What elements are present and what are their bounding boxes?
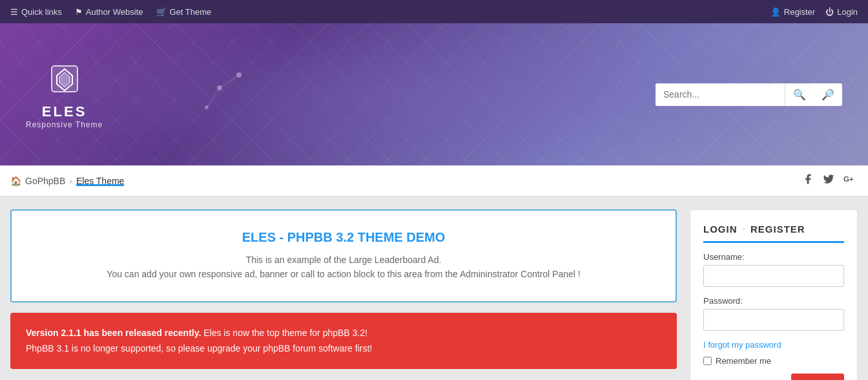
home-icon: 🏠 — [10, 176, 21, 186]
sidebar: LOGIN · REGISTER Username: Password: I f… — [690, 209, 858, 380]
ad-banner: ELES - PHPBB 3.2 THEME DEMO This is an e… — [10, 209, 677, 302]
header-decoration — [181, 49, 258, 129]
password-label: Password: — [703, 296, 844, 306]
nav-left: 🏠 GoPhpBB › Eles Theme — [10, 165, 124, 196]
top-bar-left: ☰ Quick links ⚑ Author Website 🛒 Get The… — [10, 7, 211, 17]
alert-text1: Eles is now the top theme for phpBB 3.2! — [201, 328, 367, 338]
alert-line1: Version 2.1.1 has been released recently… — [26, 326, 661, 341]
content-area: ELES - PHPBB 3.2 THEME DEMO This is an e… — [10, 209, 677, 380]
password-group: Password: — [703, 296, 844, 331]
password-input[interactable] — [703, 309, 844, 331]
facebook-icon[interactable] — [802, 173, 814, 188]
login-title: LOGIN — [703, 224, 738, 235]
twitter-icon[interactable] — [823, 173, 834, 188]
site-subtitle: Responsive Theme — [26, 120, 103, 129]
breadcrumb-separator: › — [69, 176, 72, 186]
breadcrumb-current: Eles Theme — [76, 176, 124, 186]
breadcrumb-home[interactable]: GoPhpBB — [25, 176, 65, 186]
quick-links-label: Quick links — [21, 7, 62, 17]
svg-line-4 — [207, 88, 220, 107]
author-website-link[interactable]: ⚑ Author Website — [75, 7, 143, 17]
forgot-password-link[interactable]: I forgot my password — [703, 340, 844, 350]
logo-area: ELES Responsive Theme — [26, 59, 103, 129]
menu-icon: ☰ — [10, 7, 18, 17]
breadcrumb: 🏠 GoPhpBB › Eles Theme — [10, 176, 124, 186]
bookmark-icon: ⚑ — [75, 7, 83, 17]
register-icon: 👤 — [770, 7, 781, 17]
logo-icon — [45, 59, 84, 98]
login-header: LOGIN · REGISTER — [703, 223, 844, 243]
alert-box: Version 2.1.1 has been released recently… — [10, 313, 677, 370]
username-label: Username: — [703, 252, 844, 262]
alert-line2: PhpBB 3.1 is no longer supported, so ple… — [26, 341, 661, 357]
register-label: Register — [784, 7, 815, 17]
power-icon: ⏻ — [825, 7, 834, 17]
googleplus-icon[interactable]: G+ — [843, 173, 858, 188]
get-theme-link[interactable]: 🛒 Get Theme — [156, 7, 212, 17]
ad-title-suffix: THEME DEMO — [354, 230, 445, 244]
site-header: ELES Responsive Theme 🔍 🔎 — [0, 23, 868, 165]
login-label: Login — [837, 7, 858, 17]
username-input[interactable] — [703, 265, 844, 287]
get-theme-label: Get Theme — [170, 7, 212, 17]
nav-bar: 🏠 GoPhpBB › Eles Theme G+ — [0, 165, 868, 196]
svg-text:G+: G+ — [843, 174, 854, 183]
top-bar: ☰ Quick links ⚑ Author Website 🛒 Get The… — [0, 0, 868, 23]
ad-title-prefix: ELES - PHPBB — [242, 230, 336, 244]
remember-row: Remember me — [703, 356, 844, 366]
svg-line-3 — [220, 75, 239, 88]
login-separator: · — [743, 223, 745, 235]
site-title: ELES — [42, 103, 87, 120]
username-group: Username: — [703, 252, 844, 287]
search-area: 🔍 🔎 — [656, 83, 842, 106]
nav-right: G+ — [802, 165, 858, 196]
search-input[interactable] — [656, 84, 785, 105]
breadcrumb-active: Eles Theme — [76, 176, 124, 186]
author-website-label: Author Website — [86, 7, 143, 17]
search-button[interactable]: 🔍 — [785, 83, 814, 106]
ad-line1: This is an example of the Large Leaderbo… — [25, 253, 663, 282]
login-widget: LOGIN · REGISTER Username: Password: I f… — [690, 209, 858, 380]
login-button[interactable]: Login — [791, 374, 844, 380]
advanced-search-button[interactable]: 🔎 — [814, 83, 842, 106]
register-title: REGISTER — [750, 224, 805, 235]
remember-checkbox[interactable] — [703, 357, 712, 365]
quick-links-link[interactable]: ☰ Quick links — [10, 7, 62, 17]
login-link[interactable]: ⏻ Login — [825, 7, 858, 17]
cart-icon: 🛒 — [156, 7, 167, 17]
ad-title-version: 3.2 — [336, 230, 354, 244]
top-bar-right: 👤 Register ⏻ Login — [770, 7, 858, 17]
alert-bold: Version 2.1.1 has been released recently… — [26, 328, 201, 338]
search-box: 🔍 🔎 — [656, 83, 842, 106]
remember-label: Remember me — [716, 356, 771, 366]
register-link[interactable]: 👤 Register — [770, 7, 815, 17]
main-content: ELES - PHPBB 3.2 THEME DEMO This is an e… — [0, 196, 868, 380]
ad-title: ELES - PHPBB 3.2 THEME DEMO — [25, 230, 663, 245]
